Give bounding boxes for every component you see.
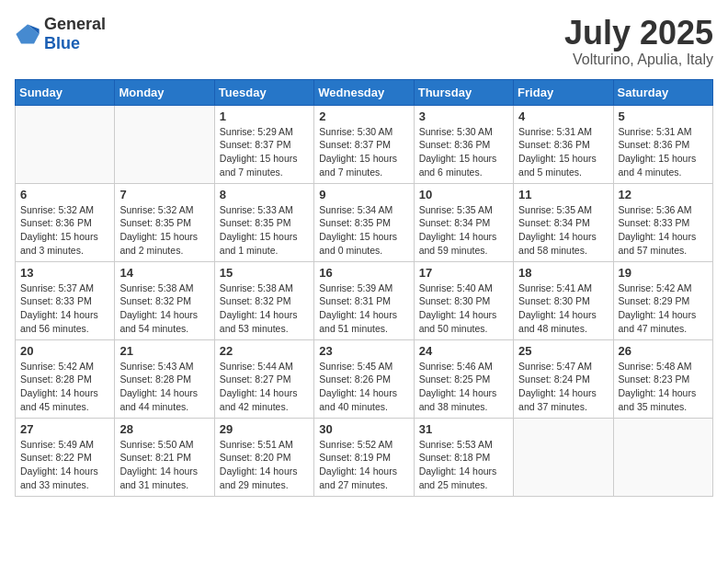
calendar-table: SundayMondayTuesdayWednesdayThursdayFrid…: [15, 79, 713, 497]
day-content: Sunrise: 5:46 AM Sunset: 8:25 PM Dayligh…: [419, 360, 508, 414]
day-content: Sunrise: 5:31 AM Sunset: 8:36 PM Dayligh…: [518, 125, 608, 179]
day-content: Sunrise: 5:42 AM Sunset: 8:29 PM Dayligh…: [619, 282, 708, 336]
calendar-cell: 16Sunrise: 5:39 AM Sunset: 8:31 PM Dayli…: [314, 261, 414, 339]
calendar-cell: 22Sunrise: 5:44 AM Sunset: 8:27 PM Dayli…: [214, 339, 313, 418]
day-content: Sunrise: 5:32 AM Sunset: 8:35 PM Dayligh…: [119, 203, 209, 258]
day-content: Sunrise: 5:53 AM Sunset: 8:18 PM Dayligh…: [419, 438, 508, 492]
weekday-header-sunday: Sunday: [16, 79, 115, 105]
calendar-cell: 31Sunrise: 5:53 AM Sunset: 8:18 PM Dayli…: [414, 418, 513, 496]
day-content: Sunrise: 5:44 AM Sunset: 8:27 PM Dayligh…: [220, 360, 309, 414]
day-content: Sunrise: 5:42 AM Sunset: 8:28 PM Dayligh…: [20, 360, 109, 414]
day-content: Sunrise: 5:29 AM Sunset: 8:37 PM Dayligh…: [220, 125, 309, 179]
week-row-2: 6Sunrise: 5:32 AM Sunset: 8:36 PM Daylig…: [16, 183, 713, 261]
calendar-cell: 15Sunrise: 5:38 AM Sunset: 8:32 PM Dayli…: [214, 261, 313, 339]
weekday-header-friday: Friday: [514, 79, 613, 105]
logo-icon: [15, 21, 40, 47]
day-content: Sunrise: 5:41 AM Sunset: 8:30 PM Dayligh…: [518, 282, 608, 336]
calendar-cell: 9Sunrise: 5:34 AM Sunset: 8:35 PM Daylig…: [314, 183, 414, 261]
day-number: 25: [518, 344, 608, 358]
day-content: Sunrise: 5:34 AM Sunset: 8:35 PM Dayligh…: [319, 203, 408, 258]
weekday-header-thursday: Thursday: [414, 79, 513, 105]
day-content: Sunrise: 5:30 AM Sunset: 8:37 PM Dayligh…: [319, 125, 408, 179]
day-content: Sunrise: 5:33 AM Sunset: 8:35 PM Dayligh…: [220, 203, 309, 258]
day-number: 16: [319, 266, 408, 280]
calendar-cell: 4Sunrise: 5:31 AM Sunset: 8:36 PM Daylig…: [514, 105, 613, 183]
calendar-cell: 24Sunrise: 5:46 AM Sunset: 8:25 PM Dayli…: [414, 339, 513, 418]
calendar-cell: 19Sunrise: 5:42 AM Sunset: 8:29 PM Dayli…: [613, 261, 712, 339]
location-title: Volturino, Apulia, Italy: [564, 52, 713, 68]
day-number: 15: [220, 266, 309, 280]
day-content: Sunrise: 5:47 AM Sunset: 8:24 PM Dayligh…: [518, 360, 608, 414]
day-content: Sunrise: 5:37 AM Sunset: 8:33 PM Dayligh…: [20, 282, 109, 336]
calendar-cell: 8Sunrise: 5:33 AM Sunset: 8:35 PM Daylig…: [214, 183, 313, 261]
day-number: 17: [419, 266, 508, 280]
calendar-cell: 12Sunrise: 5:36 AM Sunset: 8:33 PM Dayli…: [613, 183, 712, 261]
page-header: General Blue July 2025 Volturino, Apulia…: [15, 15, 713, 68]
day-number: 19: [619, 266, 708, 280]
day-number: 9: [319, 188, 408, 201]
week-row-4: 20Sunrise: 5:42 AM Sunset: 8:28 PM Dayli…: [16, 339, 713, 418]
day-number: 11: [518, 188, 608, 201]
calendar-cell: 27Sunrise: 5:49 AM Sunset: 8:22 PM Dayli…: [16, 418, 115, 496]
day-content: Sunrise: 5:49 AM Sunset: 8:22 PM Dayligh…: [20, 438, 109, 492]
calendar-cell: 1Sunrise: 5:29 AM Sunset: 8:37 PM Daylig…: [214, 105, 313, 183]
svg-marker-0: [16, 25, 39, 44]
day-content: Sunrise: 5:48 AM Sunset: 8:23 PM Dayligh…: [619, 360, 708, 414]
week-row-3: 13Sunrise: 5:37 AM Sunset: 8:33 PM Dayli…: [16, 261, 713, 339]
calendar-cell: 25Sunrise: 5:47 AM Sunset: 8:24 PM Dayli…: [514, 339, 613, 418]
calendar-cell: 29Sunrise: 5:51 AM Sunset: 8:20 PM Dayli…: [214, 418, 313, 496]
month-title: July 2025: [564, 15, 713, 52]
day-number: 20: [20, 344, 109, 358]
day-content: Sunrise: 5:32 AM Sunset: 8:36 PM Dayligh…: [20, 203, 109, 258]
calendar-cell: 5Sunrise: 5:31 AM Sunset: 8:36 PM Daylig…: [613, 105, 712, 183]
day-number: 3: [419, 109, 508, 123]
calendar-cell: 6Sunrise: 5:32 AM Sunset: 8:36 PM Daylig…: [16, 183, 115, 261]
calendar-cell: [514, 418, 613, 496]
logo-general: General: [44, 15, 106, 33]
day-number: 22: [220, 344, 309, 358]
logo: General Blue: [15, 15, 106, 53]
day-number: 5: [619, 109, 708, 123]
day-number: 12: [619, 188, 708, 201]
day-content: Sunrise: 5:36 AM Sunset: 8:33 PM Dayligh…: [619, 203, 708, 258]
day-number: 8: [220, 188, 309, 201]
day-number: 31: [419, 422, 508, 436]
day-number: 27: [20, 422, 109, 436]
calendar-cell: [115, 105, 214, 183]
day-content: Sunrise: 5:39 AM Sunset: 8:31 PM Dayligh…: [319, 282, 408, 336]
calendar-cell: 20Sunrise: 5:42 AM Sunset: 8:28 PM Dayli…: [16, 339, 115, 418]
calendar-cell: 7Sunrise: 5:32 AM Sunset: 8:35 PM Daylig…: [115, 183, 214, 261]
calendar-cell: 18Sunrise: 5:41 AM Sunset: 8:30 PM Dayli…: [514, 261, 613, 339]
day-number: 10: [419, 188, 508, 201]
day-number: 18: [518, 266, 608, 280]
day-number: 14: [119, 266, 209, 280]
logo-text: General Blue: [44, 15, 106, 53]
calendar-cell: 13Sunrise: 5:37 AM Sunset: 8:33 PM Dayli…: [16, 261, 115, 339]
day-content: Sunrise: 5:38 AM Sunset: 8:32 PM Dayligh…: [220, 282, 309, 336]
day-number: 30: [319, 422, 408, 436]
calendar-cell: 26Sunrise: 5:48 AM Sunset: 8:23 PM Dayli…: [613, 339, 712, 418]
day-content: Sunrise: 5:31 AM Sunset: 8:36 PM Dayligh…: [619, 125, 708, 179]
day-number: 28: [119, 422, 209, 436]
day-number: 7: [119, 188, 209, 201]
calendar-cell: 21Sunrise: 5:43 AM Sunset: 8:28 PM Dayli…: [115, 339, 214, 418]
day-number: 4: [518, 109, 608, 123]
weekday-header-wednesday: Wednesday: [314, 79, 414, 105]
calendar-cell: 17Sunrise: 5:40 AM Sunset: 8:30 PM Dayli…: [414, 261, 513, 339]
calendar-cell: [613, 418, 712, 496]
day-number: 1: [220, 109, 309, 123]
day-number: 21: [119, 344, 209, 358]
title-block: July 2025 Volturino, Apulia, Italy: [564, 15, 713, 68]
day-number: 13: [20, 266, 109, 280]
day-number: 2: [319, 109, 408, 123]
calendar-cell: 30Sunrise: 5:52 AM Sunset: 8:19 PM Dayli…: [314, 418, 414, 496]
day-number: 6: [20, 188, 109, 201]
day-number: 26: [619, 344, 708, 358]
day-number: 29: [220, 422, 309, 436]
calendar-cell: 10Sunrise: 5:35 AM Sunset: 8:34 PM Dayli…: [414, 183, 513, 261]
calendar-cell: 3Sunrise: 5:30 AM Sunset: 8:36 PM Daylig…: [414, 105, 513, 183]
day-content: Sunrise: 5:35 AM Sunset: 8:34 PM Dayligh…: [419, 203, 508, 258]
day-content: Sunrise: 5:50 AM Sunset: 8:21 PM Dayligh…: [119, 438, 209, 492]
day-content: Sunrise: 5:30 AM Sunset: 8:36 PM Dayligh…: [419, 125, 508, 179]
day-content: Sunrise: 5:52 AM Sunset: 8:19 PM Dayligh…: [319, 438, 408, 492]
